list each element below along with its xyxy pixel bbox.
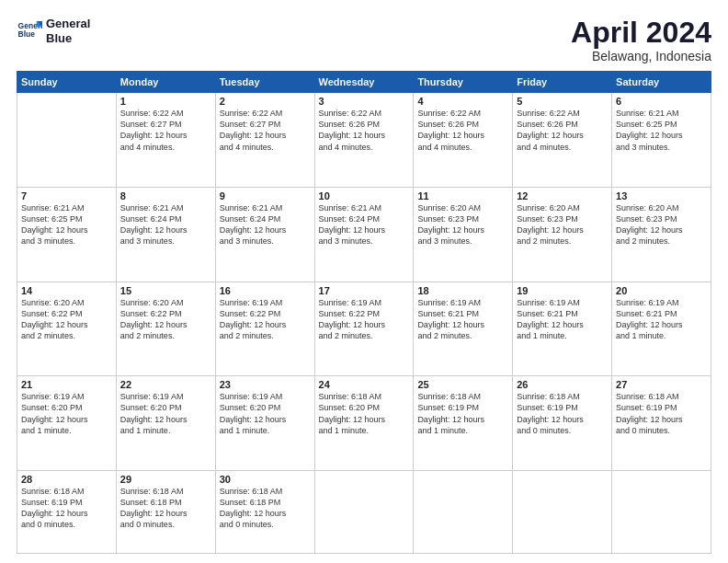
header: General Blue General Blue April 2024 Bel… <box>17 17 711 63</box>
day-number: 12 <box>517 190 608 201</box>
day-info: Sunrise: 6:22 AM Sunset: 6:27 PM Dayligh… <box>120 108 211 153</box>
day-info: Sunrise: 6:22 AM Sunset: 6:27 PM Dayligh… <box>220 108 311 153</box>
day-info: Sunrise: 6:19 AM Sunset: 6:22 PM Dayligh… <box>319 297 410 342</box>
calendar-cell-w4d2: 22Sunrise: 6:19 AM Sunset: 6:20 PM Dayli… <box>116 376 215 471</box>
day-info: Sunrise: 6:18 AM Sunset: 6:19 PM Dayligh… <box>517 391 608 436</box>
day-number: 3 <box>319 96 410 107</box>
day-info: Sunrise: 6:21 AM Sunset: 6:25 PM Dayligh… <box>616 108 707 153</box>
day-number: 13 <box>616 190 707 201</box>
calendar-cell-w3d4: 17Sunrise: 6:19 AM Sunset: 6:22 PM Dayli… <box>314 282 414 376</box>
calendar-header-wednesday: Wednesday <box>314 72 414 93</box>
calendar-cell-w1d4: 3Sunrise: 6:22 AM Sunset: 6:26 PM Daylig… <box>314 93 414 188</box>
calendar-cell-w5d5 <box>414 471 513 554</box>
day-info: Sunrise: 6:22 AM Sunset: 6:26 PM Dayligh… <box>517 108 608 153</box>
day-number: 24 <box>319 379 410 390</box>
day-number: 11 <box>417 190 508 201</box>
day-info: Sunrise: 6:18 AM Sunset: 6:20 PM Dayligh… <box>319 391 410 436</box>
day-number: 2 <box>220 96 311 107</box>
calendar-cell-w3d1: 14Sunrise: 6:20 AM Sunset: 6:22 PM Dayli… <box>17 282 117 376</box>
svg-text:Blue: Blue <box>18 29 36 39</box>
calendar-cell-w1d5: 4Sunrise: 6:22 AM Sunset: 6:26 PM Daylig… <box>414 93 513 188</box>
day-number: 7 <box>21 190 112 201</box>
calendar-cell-w2d4: 10Sunrise: 6:21 AM Sunset: 6:24 PM Dayli… <box>314 187 414 282</box>
calendar-cell-w1d2: 1Sunrise: 6:22 AM Sunset: 6:27 PM Daylig… <box>116 93 215 188</box>
calendar-week-row-1: 1Sunrise: 6:22 AM Sunset: 6:27 PM Daylig… <box>17 93 711 188</box>
day-info: Sunrise: 6:19 AM Sunset: 6:21 PM Dayligh… <box>616 297 707 342</box>
day-info: Sunrise: 6:20 AM Sunset: 6:23 PM Dayligh… <box>417 202 508 247</box>
day-info: Sunrise: 6:18 AM Sunset: 6:19 PM Dayligh… <box>616 391 707 436</box>
calendar-cell-w5d4 <box>314 471 414 554</box>
day-number: 25 <box>417 379 508 390</box>
calendar-cell-w3d6: 19Sunrise: 6:19 AM Sunset: 6:21 PM Dayli… <box>513 282 612 376</box>
day-info: Sunrise: 6:19 AM Sunset: 6:22 PM Dayligh… <box>220 297 311 342</box>
calendar-header-thursday: Thursday <box>414 72 513 93</box>
calendar-cell-w4d3: 23Sunrise: 6:19 AM Sunset: 6:20 PM Dayli… <box>215 376 314 471</box>
day-info: Sunrise: 6:20 AM Sunset: 6:22 PM Dayligh… <box>21 297 112 342</box>
day-info: Sunrise: 6:20 AM Sunset: 6:22 PM Dayligh… <box>120 297 211 342</box>
calendar-cell-w2d6: 12Sunrise: 6:20 AM Sunset: 6:23 PM Dayli… <box>513 187 612 282</box>
day-number: 5 <box>517 96 608 107</box>
day-number: 30 <box>220 474 311 485</box>
calendar-cell-w3d7: 20Sunrise: 6:19 AM Sunset: 6:21 PM Dayli… <box>612 282 711 376</box>
calendar-header-sunday: Sunday <box>17 72 117 93</box>
day-number: 9 <box>220 190 311 201</box>
day-info: Sunrise: 6:18 AM Sunset: 6:18 PM Dayligh… <box>220 486 311 531</box>
calendar-cell-w4d7: 27Sunrise: 6:18 AM Sunset: 6:19 PM Dayli… <box>612 376 711 471</box>
calendar-cell-w1d1 <box>17 93 117 188</box>
day-info: Sunrise: 6:19 AM Sunset: 6:21 PM Dayligh… <box>417 297 508 342</box>
day-number: 27 <box>616 379 707 390</box>
calendar-cell-w5d7 <box>612 471 711 554</box>
calendar-cell-w5d1: 28Sunrise: 6:18 AM Sunset: 6:19 PM Dayli… <box>17 471 117 554</box>
calendar-cell-w1d6: 5Sunrise: 6:22 AM Sunset: 6:26 PM Daylig… <box>513 93 612 188</box>
day-number: 29 <box>120 474 211 485</box>
calendar-cell-w4d1: 21Sunrise: 6:19 AM Sunset: 6:20 PM Dayli… <box>17 376 117 471</box>
day-number: 16 <box>220 285 311 296</box>
day-number: 8 <box>120 190 211 201</box>
calendar-cell-w5d2: 29Sunrise: 6:18 AM Sunset: 6:18 PM Dayli… <box>116 471 215 554</box>
logo: General Blue General Blue <box>17 17 90 45</box>
day-number: 15 <box>120 285 211 296</box>
calendar-week-row-3: 14Sunrise: 6:20 AM Sunset: 6:22 PM Dayli… <box>17 282 711 376</box>
calendar-cell-w4d6: 26Sunrise: 6:18 AM Sunset: 6:19 PM Dayli… <box>513 376 612 471</box>
calendar-cell-w2d3: 9Sunrise: 6:21 AM Sunset: 6:24 PM Daylig… <box>215 187 314 282</box>
title-block: April 2024 Belawang, Indonesia <box>571 17 711 63</box>
day-number: 18 <box>417 285 508 296</box>
calendar-header-saturday: Saturday <box>612 72 711 93</box>
page: General Blue General Blue April 2024 Bel… <box>0 0 728 563</box>
calendar-cell-w1d7: 6Sunrise: 6:21 AM Sunset: 6:25 PM Daylig… <box>612 93 711 188</box>
day-number: 21 <box>21 379 112 390</box>
day-number: 17 <box>319 285 410 296</box>
day-number: 1 <box>120 96 211 107</box>
calendar-week-row-4: 21Sunrise: 6:19 AM Sunset: 6:20 PM Dayli… <box>17 376 711 471</box>
calendar-cell-w5d3: 30Sunrise: 6:18 AM Sunset: 6:18 PM Dayli… <box>215 471 314 554</box>
day-number: 26 <box>517 379 608 390</box>
day-number: 14 <box>21 285 112 296</box>
main-title: April 2024 <box>571 17 711 49</box>
day-info: Sunrise: 6:19 AM Sunset: 6:21 PM Dayligh… <box>517 297 608 342</box>
generalblue-logo-icon: General Blue <box>17 18 42 44</box>
day-info: Sunrise: 6:21 AM Sunset: 6:24 PM Dayligh… <box>319 202 410 247</box>
calendar-cell-w5d6 <box>513 471 612 554</box>
day-info: Sunrise: 6:19 AM Sunset: 6:20 PM Dayligh… <box>220 391 311 436</box>
calendar-cell-w3d3: 16Sunrise: 6:19 AM Sunset: 6:22 PM Dayli… <box>215 282 314 376</box>
calendar-cell-w1d3: 2Sunrise: 6:22 AM Sunset: 6:27 PM Daylig… <box>215 93 314 188</box>
day-info: Sunrise: 6:19 AM Sunset: 6:20 PM Dayligh… <box>21 391 112 436</box>
calendar-cell-w3d5: 18Sunrise: 6:19 AM Sunset: 6:21 PM Dayli… <box>414 282 513 376</box>
day-number: 22 <box>120 379 211 390</box>
day-number: 20 <box>616 285 707 296</box>
day-info: Sunrise: 6:18 AM Sunset: 6:19 PM Dayligh… <box>21 486 112 531</box>
day-info: Sunrise: 6:22 AM Sunset: 6:26 PM Dayligh… <box>319 108 410 153</box>
calendar-cell-w2d2: 8Sunrise: 6:21 AM Sunset: 6:24 PM Daylig… <box>116 187 215 282</box>
calendar-cell-w3d2: 15Sunrise: 6:20 AM Sunset: 6:22 PM Dayli… <box>116 282 215 376</box>
calendar-header-monday: Monday <box>116 72 215 93</box>
calendar-week-row-2: 7Sunrise: 6:21 AM Sunset: 6:25 PM Daylig… <box>17 187 711 282</box>
subtitle: Belawang, Indonesia <box>571 49 711 63</box>
calendar-cell-w4d4: 24Sunrise: 6:18 AM Sunset: 6:20 PM Dayli… <box>314 376 414 471</box>
calendar-header-friday: Friday <box>513 72 612 93</box>
day-info: Sunrise: 6:20 AM Sunset: 6:23 PM Dayligh… <box>517 202 608 247</box>
day-info: Sunrise: 6:22 AM Sunset: 6:26 PM Dayligh… <box>417 108 508 153</box>
day-info: Sunrise: 6:20 AM Sunset: 6:23 PM Dayligh… <box>616 202 707 247</box>
day-number: 19 <box>517 285 608 296</box>
calendar-cell-w2d5: 11Sunrise: 6:20 AM Sunset: 6:23 PM Dayli… <box>414 187 513 282</box>
day-number: 10 <box>319 190 410 201</box>
